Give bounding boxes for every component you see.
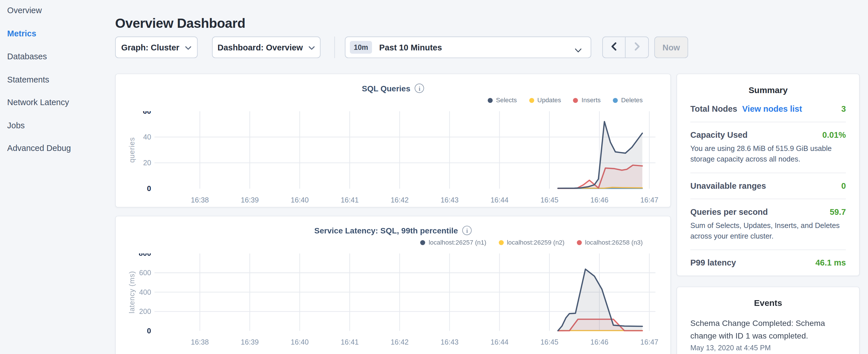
summary-row-subtext: You are using 28.6 MiB of 515.9 GiB usab… — [690, 144, 846, 164]
summary-row-label: Unavailable ranges — [690, 181, 766, 190]
events-panel: Events Schema Change Completed: Schema c… — [677, 287, 860, 354]
chart-legend: localhost:26257 (n1)localhost:26259 (n2)… — [421, 239, 643, 246]
summary-row-label: Queries per second — [690, 207, 768, 216]
legend-label: Deletes — [621, 97, 643, 103]
app-viewport: Overview Metrics Databases Statements Ne… — [0, 0, 868, 354]
legend-dot-icon — [613, 98, 618, 102]
x-tick-label: 16:47 — [641, 196, 658, 204]
event-list-item: Schema Change Completed: Schema change w… — [690, 317, 846, 352]
legend-item: localhost:26259 (n2) — [499, 239, 564, 246]
y-axis-title: queries — [128, 137, 136, 163]
legend-item: Inserts — [573, 97, 601, 103]
sidebar: Overview Metrics Databases Statements Ne… — [0, 0, 115, 354]
summary-row-value: 0.01% — [823, 130, 846, 139]
legend-label: Updates — [537, 97, 561, 103]
legend-item: Deletes — [613, 97, 643, 103]
summary-row-queries-per-second: Queries per second 59.7 Sum of Selects, … — [690, 199, 846, 250]
sql-queries-plot[interactable]: 16:3816:3916:4016:4116:4216:4316:4416:45… — [116, 111, 672, 209]
event-text: Schema Change Completed: Schema change w… — [690, 317, 846, 343]
legend-label: Selects — [496, 97, 517, 103]
summary-row-value: 59.7 — [830, 207, 846, 216]
y-tick-label: 0 — [147, 326, 151, 335]
info-icon[interactable]: i — [415, 84, 424, 93]
x-tick-label: 16:45 — [540, 338, 559, 346]
sidebar-item-databases[interactable]: Databases — [0, 52, 115, 61]
x-tick-label: 16:41 — [341, 338, 359, 346]
chevron-left-icon — [610, 42, 618, 53]
sidebar-item-jobs[interactable]: Jobs — [0, 121, 115, 130]
x-tick-label: 16:44 — [491, 196, 509, 204]
x-tick-label: 16:38 — [191, 338, 209, 346]
view-nodes-list-link[interactable]: View nodes list — [742, 104, 802, 114]
x-tick-label: 16:45 — [540, 196, 559, 204]
y-tick-label: 20 — [143, 159, 151, 167]
summary-row-subtext: Sum of Selects, Updates, Inserts, and De… — [690, 221, 846, 241]
time-step-buttons — [602, 36, 649, 58]
y-axis-title: latency (ms) — [128, 271, 136, 313]
legend-dot-icon — [421, 240, 425, 245]
chevron-down-icon — [308, 43, 315, 52]
time-range-dropdown[interactable]: 10m Past 10 Minutes — [345, 36, 591, 58]
legend-item: localhost:26258 (n3) — [577, 239, 643, 246]
x-tick-label: 16:43 — [440, 196, 459, 204]
time-forward-button[interactable] — [626, 37, 648, 57]
now-button[interactable]: Now — [654, 36, 688, 58]
legend-label: Inserts — [582, 97, 601, 103]
x-tick-label: 16:38 — [191, 196, 209, 204]
x-tick-label: 16:43 — [440, 338, 459, 346]
dashboard-dropdown[interactable]: Dashboard: Overview — [212, 36, 321, 58]
legend-label: localhost:26257 (n1) — [429, 239, 486, 246]
legend-item: localhost:26257 (n1) — [421, 239, 486, 246]
x-tick-label: 16:42 — [391, 196, 409, 204]
x-tick-label: 16:39 — [241, 196, 259, 204]
legend-dot-icon — [573, 98, 578, 102]
time-back-button[interactable] — [603, 37, 626, 57]
chevron-down-icon — [185, 43, 191, 52]
x-tick-label: 16:39 — [241, 338, 259, 346]
legend-dot-icon — [529, 98, 534, 102]
summary-row-total-nodes: Total Nodes View nodes list 3 — [690, 96, 846, 122]
summary-row-capacity-used: Capacity Used 0.01% You are using 28.6 M… — [690, 122, 846, 173]
toolbar-divider — [334, 36, 335, 58]
page-title: Overview Dashboard — [115, 15, 245, 31]
legend-item: Selects — [488, 97, 517, 103]
dashboard-dropdown-label: Dashboard: Overview — [217, 43, 303, 52]
summary-row-label: Total Nodes — [690, 104, 737, 114]
chevron-down-icon — [575, 45, 582, 55]
chart-title-row: SQL Queries i — [116, 84, 671, 93]
y-tick-label: 800 — [139, 254, 151, 258]
chart-legend: SelectsUpdatesInsertsDeletes — [488, 97, 643, 103]
x-tick-label: 16:40 — [290, 338, 309, 346]
summary-row-label: Capacity Used — [690, 130, 748, 139]
sidebar-item-advanced-debug[interactable]: Advanced Debug — [0, 144, 115, 153]
time-range-badge: 10m — [350, 41, 372, 54]
graph-dropdown[interactable]: Graph: Cluster — [115, 36, 198, 58]
chevron-right-icon — [633, 42, 641, 53]
y-tick-label: 400 — [139, 288, 151, 296]
graph-dropdown-label: Graph: Cluster — [121, 43, 179, 52]
sidebar-item-overview[interactable]: Overview — [0, 6, 115, 15]
summary-row-value: 3 — [841, 104, 846, 114]
y-tick-label: 40 — [143, 133, 151, 141]
x-tick-label: 16:44 — [491, 338, 509, 346]
chart-title: Service Latency: SQL, 99th percentile — [314, 226, 458, 235]
x-tick-label: 16:40 — [290, 196, 309, 204]
legend-dot-icon — [499, 240, 503, 245]
summary-row-label: P99 latency — [690, 258, 736, 267]
sidebar-item-network-latency[interactable]: Network Latency — [0, 98, 115, 107]
legend-item: Updates — [529, 97, 561, 103]
service-latency-plot[interactable]: 16:3816:3916:4016:4116:4216:4316:4416:45… — [116, 254, 672, 351]
event-timestamp: May 13, 2020 at 4:45 PM — [690, 344, 846, 352]
y-tick-label: 60 — [143, 111, 151, 116]
x-tick-label: 16:41 — [341, 196, 359, 204]
info-icon[interactable]: i — [463, 226, 472, 235]
chart-title-row: Service Latency: SQL, 99th percentile i — [116, 226, 671, 235]
time-range-label: Past 10 Minutes — [379, 43, 442, 52]
sidebar-item-statements[interactable]: Statements — [0, 75, 115, 84]
sidebar-item-metrics[interactable]: Metrics — [0, 29, 115, 38]
service-latency-chart-card: Service Latency: SQL, 99th percentile i … — [115, 216, 671, 354]
x-tick-label: 16:47 — [641, 338, 658, 346]
summary-panel: Summary Total Nodes View nodes list 3 Ca… — [677, 74, 860, 276]
y-tick-label: 600 — [139, 269, 151, 277]
sql-queries-chart-card: SQL Queries i SelectsUpdatesInsertsDelet… — [115, 74, 671, 207]
